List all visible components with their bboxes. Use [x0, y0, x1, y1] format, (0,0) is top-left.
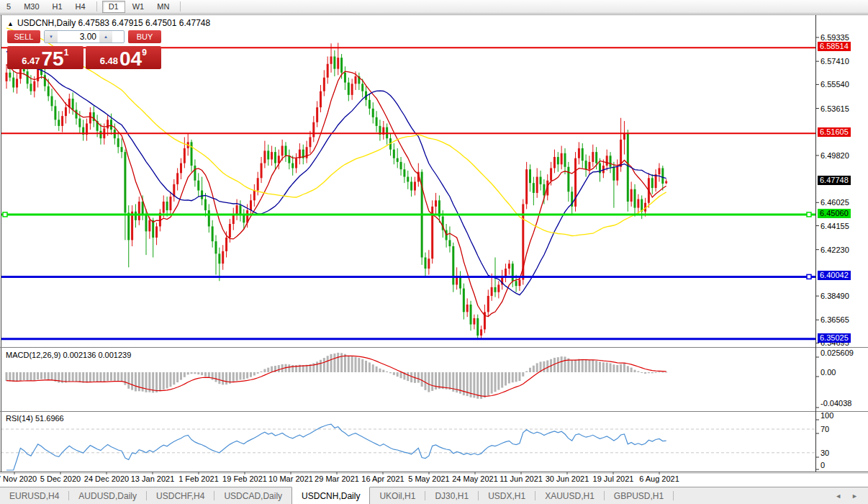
- candle-body: [58, 120, 60, 126]
- rsi-axis-label: 0: [820, 461, 825, 469]
- candle-body: [327, 64, 329, 78]
- macd-histogram-bar: [665, 372, 667, 372]
- price-line-badge: 6.45060: [818, 209, 851, 218]
- candle-body: [176, 173, 178, 184]
- sell-price-box[interactable]: 6.47751: [7, 46, 83, 69]
- tab-xauusd-h1[interactable]: XAUUSD,H1: [535, 487, 604, 504]
- tab-usdx-h1[interactable]: USDX,H1: [479, 487, 535, 504]
- candle-body: [459, 276, 461, 288]
- candle-body: [340, 58, 343, 73]
- macd-histogram-bar: [361, 359, 363, 372]
- volume-increase-button[interactable]: ▲: [99, 31, 112, 42]
- price-tick-label: 6.55540: [820, 80, 849, 89]
- candle-body: [494, 287, 497, 292]
- candle-body: [288, 156, 290, 163]
- candle-body: [512, 264, 514, 281]
- price-tick-label: 6.59335: [820, 33, 849, 42]
- macd-histogram-bar: [448, 372, 451, 390]
- tab-scroll-right-icon[interactable]: ►: [851, 492, 858, 500]
- candle-body: [536, 177, 538, 193]
- candle-body: [330, 56, 333, 63]
- volume-input[interactable]: [58, 31, 99, 42]
- macd-histogram-bar: [648, 372, 650, 373]
- tab-scroll-left-icon[interactable]: ◄: [835, 492, 841, 500]
- candle-body: [323, 78, 325, 91]
- candle-body: [658, 168, 660, 174]
- macd-histogram-bar: [127, 372, 130, 389]
- macd-histogram-bar: [257, 372, 259, 374]
- candle-body: [54, 106, 56, 120]
- macd-histogram-bar: [212, 372, 214, 380]
- macd-histogram-bar: [239, 372, 241, 379]
- macd-histogram-bar: [12, 372, 14, 382]
- macd-histogram-bar: [616, 365, 618, 372]
- buy-button[interactable]: BUY: [128, 30, 161, 43]
- macd-histogram-bar: [124, 372, 126, 385]
- candle-body: [661, 168, 664, 184]
- price-tick-label: 6.57410: [820, 57, 849, 66]
- candle-body: [138, 202, 140, 220]
- candle-body: [163, 202, 165, 213]
- date-tick-label: 17 Nov 2020: [0, 474, 37, 483]
- candlestick-chart[interactable]: [0, 0, 868, 504]
- macd-histogram-bar: [333, 354, 335, 372]
- macd-histogram-bar: [518, 372, 520, 381]
- tab-eurusd-h4[interactable]: EURUSD,H4: [0, 487, 68, 504]
- volume-decrease-button[interactable]: ▼: [45, 31, 58, 42]
- sell-button[interactable]: SELL: [7, 30, 40, 43]
- candle-body: [309, 137, 311, 147]
- macd-histogram-bar: [48, 372, 50, 379]
- buy-price-box[interactable]: 6.48049: [86, 46, 162, 69]
- macd-histogram-bar: [218, 372, 220, 384]
- macd-histogram-bar: [446, 372, 448, 390]
- candle-body: [553, 157, 556, 168]
- macd-histogram-bar: [372, 364, 374, 372]
- candle-body: [51, 96, 53, 107]
- date-tick-label: 6 Aug 2021: [639, 474, 679, 483]
- candle-body: [320, 91, 322, 107]
- candle-body: [369, 100, 371, 109]
- tab-usdcnh-daily[interactable]: USDCNH,Daily: [291, 487, 370, 504]
- tab-usdchf-h4[interactable]: USDCHF,H4: [147, 487, 214, 504]
- macd-indicator-label: MACD(12,26,9) 0.002136 0.001239: [6, 351, 131, 359]
- rsi-line: [6, 424, 666, 470]
- tab-ukoil-h1[interactable]: UKOil,H1: [370, 487, 425, 504]
- candle-body: [564, 153, 566, 167]
- macd-histogram-bar: [487, 372, 489, 396]
- tab-dj30-h1[interactable]: DJ30,H1: [425, 487, 478, 504]
- macd-histogram-bar: [431, 372, 433, 391]
- tab-gbpusd-h1[interactable]: GBPUSD,H1: [605, 487, 673, 504]
- candle-body: [508, 264, 510, 269]
- line-handle: [807, 212, 811, 217]
- price-tick-label: 6.46025: [820, 198, 849, 207]
- tab-audusd-daily[interactable]: AUDUSD,Daily: [69, 487, 146, 504]
- date-tick-label: 24 Dec 2020: [84, 474, 129, 483]
- volume-spinner: ▼ ▲: [44, 30, 125, 43]
- trading-platform-window: 5M30H1H4D1W1MN ▲USDCNH,Daily 6.47583 6.4…: [0, 0, 868, 504]
- candle-body: [435, 200, 437, 207]
- candle-body: [194, 166, 196, 181]
- macd-histogram-bar: [574, 360, 577, 372]
- candle-body: [630, 189, 633, 202]
- macd-histogram-bar: [180, 372, 182, 380]
- candle-body: [448, 240, 451, 246]
- candle-body: [473, 318, 475, 325]
- candle-body: [480, 329, 482, 336]
- macd-histogram-bar: [114, 372, 116, 381]
- candle-body: [253, 191, 256, 201]
- tab-usdcad-daily[interactable]: USDCAD,Daily: [214, 487, 291, 504]
- macd-histogram-bar: [225, 372, 227, 384]
- sell-price-pips: 75: [41, 50, 63, 68]
- candle-body: [135, 212, 137, 220]
- macd-histogram-bar: [606, 362, 608, 372]
- ohlc-close: 6.47748: [179, 18, 210, 28]
- macd-histogram-bar: [588, 360, 590, 372]
- macd-histogram-bar: [93, 372, 95, 382]
- macd-histogram-bar: [529, 368, 531, 372]
- macd-histogram-bar: [379, 369, 381, 372]
- macd-histogram-bar: [442, 372, 444, 389]
- date-tick-label: 13 Jan 2021: [131, 474, 175, 483]
- candle-body: [197, 181, 199, 191]
- candle-body: [623, 133, 625, 140]
- rsi-axis-label: 70: [820, 425, 829, 433]
